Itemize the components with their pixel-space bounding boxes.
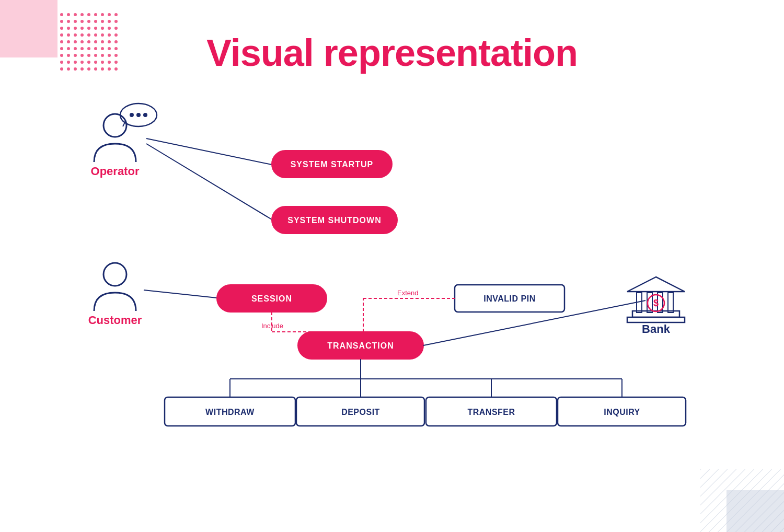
svg-point-72 <box>114 20 118 23</box>
customer-actor: Customer <box>88 263 142 327</box>
svg-point-86 <box>87 33 90 37</box>
svg-point-76 <box>80 27 84 30</box>
svg-point-83 <box>67 33 70 37</box>
operator-actor: Operator <box>91 103 157 178</box>
svg-point-74 <box>67 27 70 30</box>
svg-point-77 <box>87 27 90 30</box>
svg-point-103 <box>80 47 84 50</box>
svg-point-129 <box>74 67 77 71</box>
svg-point-57 <box>74 13 77 16</box>
svg-point-78 <box>94 27 97 30</box>
svg-point-96 <box>94 40 97 43</box>
svg-point-6 <box>136 113 141 117</box>
svg-point-116 <box>108 54 111 57</box>
svg-point-105 <box>94 47 97 50</box>
svg-marker-17 <box>627 277 685 292</box>
svg-point-73 <box>60 27 63 30</box>
svg-text:TRANSACTION: TRANSACTION <box>327 341 394 350</box>
svg-point-95 <box>87 40 90 43</box>
svg-point-60 <box>94 13 97 16</box>
svg-point-108 <box>114 47 118 50</box>
svg-line-21 <box>146 138 272 165</box>
svg-point-84 <box>74 33 77 37</box>
svg-point-118 <box>60 61 63 64</box>
deposit-box: DEPOSIT <box>296 397 424 426</box>
svg-point-63 <box>114 13 118 16</box>
svg-point-109 <box>60 54 63 57</box>
svg-point-107 <box>108 47 111 50</box>
svg-point-97 <box>101 40 104 43</box>
svg-point-130 <box>80 67 84 71</box>
svg-rect-16 <box>668 293 673 313</box>
svg-point-87 <box>94 33 97 37</box>
system-shutdown-box: SYSTEM SHUTDOWN <box>272 206 397 234</box>
svg-rect-12 <box>627 317 685 322</box>
svg-point-55 <box>60 13 63 16</box>
svg-point-111 <box>74 54 77 57</box>
svg-point-121 <box>80 61 84 64</box>
svg-point-125 <box>108 61 111 64</box>
svg-point-117 <box>114 54 118 57</box>
svg-text:Include: Include <box>261 322 283 330</box>
svg-point-106 <box>101 47 104 50</box>
svg-point-64 <box>60 20 63 23</box>
svg-text:DEPOSIT: DEPOSIT <box>341 408 380 417</box>
svg-point-89 <box>108 33 111 37</box>
svg-point-133 <box>101 67 104 71</box>
svg-point-93 <box>74 40 77 43</box>
svg-point-71 <box>108 20 111 23</box>
svg-point-126 <box>114 61 118 64</box>
svg-point-112 <box>80 54 84 57</box>
svg-point-56 <box>67 13 70 16</box>
svg-point-68 <box>87 20 90 23</box>
svg-text:Extend: Extend <box>397 289 418 297</box>
svg-point-70 <box>101 20 104 23</box>
svg-point-88 <box>101 33 104 37</box>
svg-point-7 <box>143 113 147 117</box>
withdraw-box: WITHDRAW <box>165 397 295 426</box>
svg-point-80 <box>108 27 111 30</box>
svg-text:Bank: Bank <box>642 322 671 336</box>
svg-point-90 <box>114 33 118 37</box>
svg-point-134 <box>108 67 111 71</box>
svg-point-98 <box>108 40 111 43</box>
svg-point-110 <box>67 54 70 57</box>
svg-point-100 <box>60 47 63 50</box>
svg-point-104 <box>87 47 90 50</box>
svg-point-120 <box>74 61 77 64</box>
session-box: SESSION <box>217 285 327 312</box>
svg-point-113 <box>87 54 90 57</box>
svg-point-82 <box>60 33 63 37</box>
svg-point-92 <box>67 40 70 43</box>
svg-text:Operator: Operator <box>91 165 140 178</box>
svg-point-62 <box>108 13 111 16</box>
invalid-pin-box: INVALID PIN <box>455 285 564 312</box>
svg-point-123 <box>94 61 97 64</box>
svg-point-69 <box>94 20 97 23</box>
svg-point-91 <box>60 40 63 43</box>
svg-point-65 <box>67 20 70 23</box>
svg-point-115 <box>101 54 104 57</box>
inquiry-box: INQUIRY <box>558 397 686 426</box>
svg-point-132 <box>94 67 97 71</box>
svg-point-75 <box>74 27 77 30</box>
svg-point-122 <box>87 61 90 64</box>
svg-text:$: $ <box>653 298 659 308</box>
svg-point-128 <box>67 67 70 71</box>
svg-point-94 <box>80 40 84 43</box>
svg-point-5 <box>130 113 134 117</box>
svg-point-135 <box>114 67 118 71</box>
svg-text:SESSION: SESSION <box>251 294 292 303</box>
svg-point-102 <box>74 47 77 50</box>
svg-point-59 <box>87 13 90 16</box>
svg-text:WITHDRAW: WITHDRAW <box>205 408 255 417</box>
diagram-svg: /* dots drawn below */ Operator Customer <box>42 94 742 523</box>
svg-text:SYSTEM SHUTDOWN: SYSTEM SHUTDOWN <box>287 216 381 225</box>
svg-text:INVALID PIN: INVALID PIN <box>483 294 535 303</box>
dot-grid <box>57 10 125 78</box>
svg-point-67 <box>80 20 84 23</box>
svg-text:TRANSFER: TRANSFER <box>467 408 515 417</box>
svg-text:INQUIRY: INQUIRY <box>604 408 640 417</box>
svg-line-27 <box>144 290 217 298</box>
svg-point-9 <box>103 263 126 286</box>
